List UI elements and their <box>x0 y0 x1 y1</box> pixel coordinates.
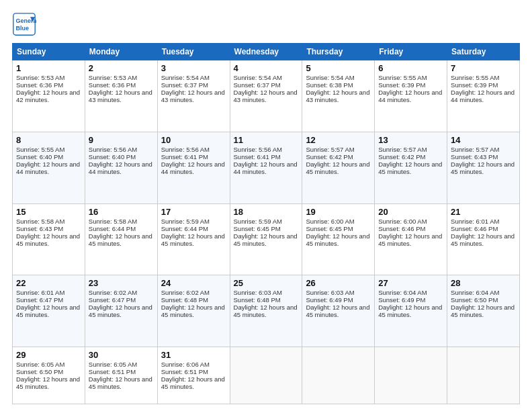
sunrise-label: Sunrise: 5:59 AM <box>234 218 282 225</box>
sunset-label: Sunset: 6:45 PM <box>234 225 281 232</box>
sunset-label: Sunset: 6:50 PM <box>16 368 63 375</box>
daylight-label: Daylight: 12 hours and 44 minutes. <box>234 161 298 175</box>
day-number: 26 <box>306 278 371 288</box>
calendar-cell: 6Sunrise: 5:55 AMSunset: 6:39 PMDaylight… <box>375 60 447 132</box>
day-number: 1 <box>16 63 81 73</box>
daylight-label: Daylight: 12 hours and 45 minutes. <box>16 232 80 247</box>
svg-text:Blue: Blue <box>15 25 29 32</box>
sunrise-label: Sunrise: 5:53 AM <box>89 74 137 81</box>
day-number: 25 <box>234 278 299 288</box>
sunset-label: Sunset: 6:39 PM <box>451 81 498 89</box>
sunrise-label: Sunrise: 5:54 AM <box>161 74 210 81</box>
col-header-thursday: Thursday <box>302 44 375 60</box>
sunrise-label: Sunrise: 5:54 AM <box>306 74 354 81</box>
calendar-cell <box>375 347 447 404</box>
daylight-label: Daylight: 12 hours and 45 minutes. <box>89 232 152 247</box>
sunset-label: Sunset: 6:50 PM <box>451 296 498 304</box>
calendar-cell: 23Sunrise: 6:02 AMSunset: 6:47 PMDayligh… <box>85 275 157 347</box>
calendar-cell: 20Sunrise: 6:00 AMSunset: 6:46 PMDayligh… <box>375 203 447 275</box>
sunrise-label: Sunrise: 6:02 AM <box>89 289 137 296</box>
sunset-label: Sunset: 6:45 PM <box>306 225 353 232</box>
sunset-label: Sunset: 6:36 PM <box>16 81 63 89</box>
day-number: 31 <box>161 350 226 360</box>
calendar-week-4: 22Sunrise: 6:01 AMSunset: 6:47 PMDayligh… <box>13 275 520 347</box>
daylight-label: Daylight: 12 hours and 44 minutes. <box>451 89 515 103</box>
day-number: 29 <box>16 350 81 360</box>
daylight-label: Daylight: 12 hours and 45 minutes. <box>234 232 298 247</box>
col-header-sunday: Sunday <box>13 44 85 60</box>
calendar-cell: 12Sunrise: 5:57 AMSunset: 6:42 PMDayligh… <box>302 132 375 203</box>
daylight-label: Daylight: 12 hours and 45 minutes. <box>378 304 442 318</box>
calendar-cell <box>447 347 520 404</box>
calendar-cell: 24Sunrise: 6:02 AMSunset: 6:48 PMDayligh… <box>157 275 230 347</box>
daylight-label: Daylight: 12 hours and 44 minutes. <box>16 161 80 175</box>
day-number: 22 <box>16 278 81 288</box>
sunset-label: Sunset: 6:42 PM <box>378 153 425 161</box>
day-number: 6 <box>378 63 443 73</box>
sunrise-label: Sunrise: 5:57 AM <box>306 146 354 153</box>
sunrise-label: Sunrise: 5:56 AM <box>89 146 137 153</box>
sunset-label: Sunset: 6:40 PM <box>89 153 136 161</box>
col-header-friday: Friday <box>375 44 447 60</box>
logo: General Blue <box>12 12 36 36</box>
day-number: 19 <box>306 207 371 217</box>
daylight-label: Daylight: 12 hours and 45 minutes. <box>451 232 515 247</box>
sunset-label: Sunset: 6:38 PM <box>306 81 353 89</box>
daylight-label: Daylight: 12 hours and 45 minutes. <box>161 375 225 390</box>
sunset-label: Sunset: 6:49 PM <box>378 296 425 304</box>
calendar-cell: 7Sunrise: 5:55 AMSunset: 6:39 PMDaylight… <box>447 60 520 132</box>
sunset-label: Sunset: 6:42 PM <box>306 153 353 161</box>
sunrise-label: Sunrise: 5:56 AM <box>234 146 282 153</box>
sunrise-label: Sunrise: 6:01 AM <box>16 289 64 296</box>
daylight-label: Daylight: 12 hours and 45 minutes. <box>378 232 442 247</box>
daylight-label: Daylight: 12 hours and 45 minutes. <box>451 161 515 175</box>
calendar-cell: 17Sunrise: 5:59 AMSunset: 6:44 PMDayligh… <box>157 203 230 275</box>
sunset-label: Sunset: 6:41 PM <box>161 153 208 161</box>
col-header-tuesday: Tuesday <box>157 44 230 60</box>
sunrise-label: Sunrise: 6:03 AM <box>234 289 282 296</box>
sunrise-label: Sunrise: 5:58 AM <box>16 218 64 225</box>
daylight-label: Daylight: 12 hours and 43 minutes. <box>306 89 369 103</box>
daylight-label: Daylight: 12 hours and 45 minutes. <box>378 161 442 175</box>
sunrise-label: Sunrise: 5:55 AM <box>451 74 499 81</box>
sunset-label: Sunset: 6:40 PM <box>16 153 63 161</box>
daylight-label: Daylight: 12 hours and 45 minutes. <box>161 232 225 247</box>
sunrise-label: Sunrise: 5:57 AM <box>378 146 427 153</box>
calendar-cell: 5Sunrise: 5:54 AMSunset: 6:38 PMDaylight… <box>302 60 375 132</box>
daylight-label: Daylight: 12 hours and 45 minutes. <box>16 304 80 318</box>
daylight-label: Daylight: 12 hours and 44 minutes. <box>89 161 152 175</box>
sunrise-label: Sunrise: 5:55 AM <box>378 74 427 81</box>
day-number: 4 <box>234 63 299 73</box>
daylight-label: Daylight: 12 hours and 45 minutes. <box>89 304 152 318</box>
calendar-cell: 18Sunrise: 5:59 AMSunset: 6:45 PMDayligh… <box>230 203 302 275</box>
day-number: 2 <box>89 63 154 73</box>
sunrise-label: Sunrise: 6:04 AM <box>451 289 499 296</box>
sunset-label: Sunset: 6:49 PM <box>306 296 353 304</box>
calendar-cell: 26Sunrise: 6:03 AMSunset: 6:49 PMDayligh… <box>302 275 375 347</box>
day-number: 9 <box>89 135 154 145</box>
calendar-body: 1Sunrise: 5:53 AMSunset: 6:36 PMDaylight… <box>13 60 520 404</box>
calendar-cell: 15Sunrise: 5:58 AMSunset: 6:43 PMDayligh… <box>13 203 85 275</box>
sunrise-label: Sunrise: 6:01 AM <box>451 218 499 225</box>
sunrise-label: Sunrise: 6:02 AM <box>161 289 210 296</box>
calendar-cell: 16Sunrise: 5:58 AMSunset: 6:44 PMDayligh… <box>85 203 157 275</box>
daylight-label: Daylight: 12 hours and 43 minutes. <box>89 89 152 103</box>
calendar-cell <box>302 347 375 404</box>
calendar-cell: 28Sunrise: 6:04 AMSunset: 6:50 PMDayligh… <box>447 275 520 347</box>
sunrise-label: Sunrise: 5:56 AM <box>161 146 210 153</box>
calendar-cell: 29Sunrise: 6:05 AMSunset: 6:50 PMDayligh… <box>13 347 85 404</box>
calendar-cell: 22Sunrise: 6:01 AMSunset: 6:47 PMDayligh… <box>13 275 85 347</box>
logo-icon: General Blue <box>12 12 36 36</box>
day-number: 18 <box>234 207 299 217</box>
day-number: 16 <box>89 207 154 217</box>
calendar-week-2: 8Sunrise: 5:55 AMSunset: 6:40 PMDaylight… <box>13 132 520 203</box>
day-number: 8 <box>16 135 81 145</box>
calendar-cell: 14Sunrise: 5:57 AMSunset: 6:43 PMDayligh… <box>447 132 520 203</box>
sunset-label: Sunset: 6:44 PM <box>89 225 136 232</box>
sunset-label: Sunset: 6:43 PM <box>16 225 63 232</box>
sunrise-label: Sunrise: 6:04 AM <box>378 289 427 296</box>
calendar-cell: 11Sunrise: 5:56 AMSunset: 6:41 PMDayligh… <box>230 132 302 203</box>
sunrise-label: Sunrise: 5:58 AM <box>89 218 137 225</box>
daylight-label: Daylight: 12 hours and 45 minutes. <box>451 304 515 318</box>
sunrise-label: Sunrise: 5:54 AM <box>234 74 282 81</box>
